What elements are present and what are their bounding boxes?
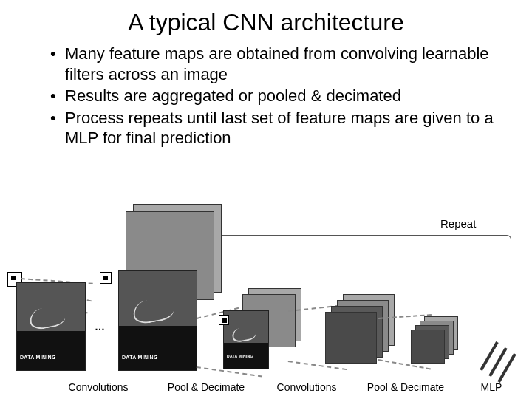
stage-label-conv2: Convolutions <box>266 381 347 393</box>
repeat-brace <box>200 235 511 243</box>
feature-map-image: DATA MINING <box>118 270 197 371</box>
stage-label-pool2: Pool & Decimate <box>358 381 454 393</box>
bullet-item: Many feature maps are obtained from conv… <box>65 44 502 84</box>
book-title: DATA MINING <box>122 355 158 360</box>
ellipsis-icon: … <box>95 321 105 332</box>
repeat-label: Repeat <box>440 217 476 230</box>
stage-label-mlp: MLP <box>473 381 510 393</box>
conv-filter-icon <box>219 315 229 325</box>
stage-label-pool1: Pool & Decimate <box>158 381 254 393</box>
slide-title: A typical CNN architecture <box>0 9 532 36</box>
input-image: DATA MINING <box>16 282 86 371</box>
stage-label-conv1: Convolutions <box>58 381 139 393</box>
book-title: DATA MINING <box>227 354 253 358</box>
cnn-diagram: Repeat DATA MINING DATA MINING … DATA MI… <box>0 200 532 399</box>
bullet-item: Results are aggregated or pooled & decim… <box>65 86 502 106</box>
bullet-list: Many feature maps are obtained from conv… <box>35 44 502 149</box>
feature-map-image: DATA MINING <box>223 310 269 369</box>
bullet-item: Process repeats until last set of featur… <box>65 108 502 149</box>
book-title: DATA MINING <box>20 355 56 360</box>
pool-filter-icon <box>100 272 112 284</box>
